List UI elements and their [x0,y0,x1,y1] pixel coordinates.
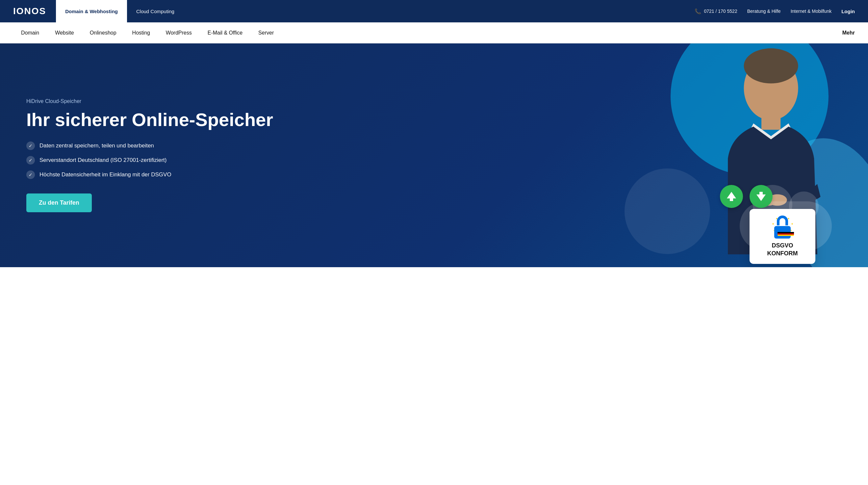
hero-feature-1-text: Daten zentral speichern, teilen und bear… [39,143,154,149]
upload-circle [720,185,743,208]
check-icon-2: ✓ [26,156,35,164]
hero-section: HiDrive Cloud-Speicher Ihr sicherer Onli… [0,43,868,267]
german-flag-stripe [777,232,794,236]
lock-shackle [777,215,788,225]
hero-feature-3: ✓ Höchste Datensicherheit im Einklang mi… [26,171,273,179]
dsgvo-line2: KONFORM [767,250,798,256]
beratung-hilfe-link[interactable]: Beratung & Hilfe [747,8,781,14]
cta-button[interactable]: Zu den Tarifen [26,193,92,212]
download-circle [749,185,773,208]
nav-domain[interactable]: Domain [13,22,47,43]
hero-subtitle: HiDrive Cloud-Speicher [26,98,273,104]
top-navigation: IONOS Domain & Webhosting Cloud Computin… [0,0,868,22]
phone-number-text: 0721 / 170 5522 [704,8,737,14]
hero-features-list: ✓ Daten zentral speichern, teilen und be… [26,142,273,179]
dsgvo-card: ★ ★ ★ ★ ★ ★ ★ ★ ★ [749,209,815,264]
login-button[interactable]: Login [841,8,855,14]
nav-email-office[interactable]: E-Mail & Office [200,22,250,43]
tab-domain-webhosting[interactable]: Domain & Webhosting [56,0,127,22]
svg-rect-11 [762,114,780,130]
svg-text:★: ★ [791,222,793,225]
nav-website[interactable]: Website [47,22,82,43]
hero-feature-1: ✓ Daten zentral speichern, teilen und be… [26,142,273,150]
secondary-nav-items: Domain Website Onlineshop Hosting WordPr… [13,22,282,43]
svg-point-10 [744,49,798,84]
check-icon-1: ✓ [26,142,35,150]
flag-gold [777,235,794,236]
mehr-button[interactable]: Mehr [842,30,855,36]
tab-cloud-computing[interactable]: Cloud Computing [127,0,184,22]
hero-feature-2-text: Serverstandort Deutschland (ISO 27001-ze… [39,157,166,163]
internet-mobilfunk-link[interactable]: Internet & Mobilfunk [791,8,832,14]
hero-title: Ihr sicherer Online-Speicher [26,110,273,130]
phone-icon: 📞 [694,8,701,14]
top-nav-tabs: Domain & Webhosting Cloud Computing [56,0,184,22]
check-icon-3: ✓ [26,171,35,179]
secondary-navigation: Domain Website Onlineshop Hosting WordPr… [0,22,868,43]
nav-hosting[interactable]: Hosting [124,22,158,43]
logo: IONOS [13,6,46,17]
hero-content: HiDrive Cloud-Speicher Ihr sicherer Onli… [0,79,300,232]
dsgvo-line1: DSGVO [772,242,793,249]
dsgvo-text: DSGVO KONFORM [767,242,798,257]
hero-feature-3-text: Höchste Datensicherheit im Einklang mit … [39,172,172,178]
hero-feature-2: ✓ Serverstandort Deutschland (ISO 27001-… [26,156,273,164]
nav-onlineshop[interactable]: Onlineshop [82,22,124,43]
blob-decoration-3 [624,169,710,254]
svg-text:★: ★ [772,222,774,225]
lock-body [774,226,791,239]
nav-wordpress[interactable]: WordPress [158,22,200,43]
top-nav-right: 📞 0721 / 170 5522 Beratung & Hilfe Inter… [694,8,855,14]
phone-number: 📞 0721 / 170 5522 [694,8,737,14]
nav-server[interactable]: Server [250,22,282,43]
dsgvo-lock-icon: ★ ★ ★ ★ ★ ★ ★ ★ ★ [771,215,794,239]
